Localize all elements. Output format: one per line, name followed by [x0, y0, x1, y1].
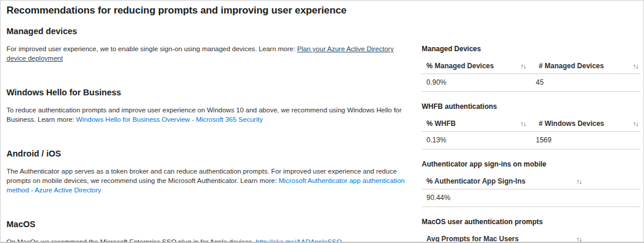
section-heading: MacOS [6, 218, 417, 230]
section-heading: Android / iOS [6, 148, 417, 159]
cell-num-windows-devices: 1569 [531, 136, 640, 144]
column-header-label: % WHFB [426, 119, 456, 128]
column-header-avg-prompts-mac[interactable]: Avg Prompts for Mac Users ↑↓ [422, 235, 582, 243]
recommendations-column: Managed devices For improved user experi… [6, 17, 417, 243]
link-apple-sso[interactable]: http://aka.ms/AADAppleSSO [256, 238, 342, 243]
section-body-text: For improved user experience, we to enab… [6, 45, 297, 52]
section-body-text: On MacOs we recommend the Microsoft Ente… [6, 238, 256, 243]
sort-icon[interactable]: ↑↓ [520, 62, 526, 70]
section-windows-hello: Windows Hello for Business To reduce aut… [6, 86, 417, 124]
panel-whfb-authentications: WHFB authentications % WHFB ↑↓ # Windows… [422, 102, 640, 149]
column-header-label: # Managed Devices [539, 62, 604, 70]
table-header-row: Avg Prompts for Mac Users ↑↓ [422, 234, 640, 243]
column-header-label: Avg Prompts for Mac Users [426, 235, 519, 243]
table-title: Authenticator app sign-ins on mobile [422, 159, 640, 169]
column-header-num-windows-devices[interactable]: # Windows Devices ↑↓ [534, 119, 640, 128]
column-header-label: % Authenticator App Sign-Ins [426, 177, 525, 185]
table-header-row: % Authenticator App Sign-Ins ↑↓ [422, 176, 640, 189]
section-heading: Managed devices [6, 25, 417, 37]
table-row: 90.44% [422, 189, 640, 207]
sort-icon[interactable]: ↑↓ [520, 119, 526, 128]
panel-macos-prompts: MacOS user authentication prompts Avg Pr… [422, 217, 640, 243]
section-body: For improved user experience, we to enab… [6, 44, 413, 63]
column-header-pct-authenticator-signins[interactable]: % Authenticator App Sign-Ins ↑↓ [422, 177, 582, 185]
sort-icon[interactable]: ↑↓ [576, 235, 582, 243]
table-row: 0.90% 45 [422, 74, 640, 92]
table-header-row: % Managed Devices ↑↓ # Managed Devices ↑… [422, 61, 640, 74]
section-android-ios: Android / iOS The Authenticator app serv… [6, 148, 417, 195]
panel-authenticator-signins: Authenticator app sign-ins on mobile % A… [422, 159, 640, 207]
section-heading: Windows Hello for Business [6, 86, 417, 98]
cell-pct-managed-devices: 0.90% [422, 78, 531, 86]
table-header-row: % WHFB ↑↓ # Windows Devices ↑↓ [422, 118, 640, 132]
page-title: Recommendations for reducing prompts and… [6, 4, 643, 17]
table-title: MacOS user authentication prompts [422, 217, 640, 227]
table-row: 0.13% 1569 [422, 132, 640, 149]
cell-num-managed-devices: 45 [531, 78, 640, 86]
section-managed-devices: Managed devices For improved user experi… [6, 25, 417, 63]
metrics-column: Managed Devices % Managed Devices ↑↓ # M… [417, 17, 644, 243]
column-header-pct-whfb[interactable]: % WHFB ↑↓ [422, 119, 534, 128]
sort-icon[interactable]: ↑↓ [576, 177, 582, 185]
cell-pct-authenticator-signins: 90.44% [422, 194, 640, 202]
column-header-label: % Managed Devices [426, 62, 494, 70]
section-macos: MacOS On MacOs we recommend the Microsof… [6, 218, 417, 243]
link-whfb-overview[interactable]: Windows Hello for Business Overview - Mi… [76, 116, 263, 123]
column-header-pct-managed-devices[interactable]: % Managed Devices ↑↓ [422, 62, 534, 70]
column-header-num-managed-devices[interactable]: # Managed Devices ↑↓ [534, 62, 640, 70]
table-title: WHFB authentications [422, 102, 640, 111]
column-header-label: # Windows Devices [539, 119, 604, 128]
section-body: To reduce authentication prompts and imp… [6, 105, 413, 124]
panel-managed-devices: Managed Devices % Managed Devices ↑↓ # M… [422, 44, 640, 92]
report-page: Recommendations for reducing prompts and… [0, 0, 644, 243]
sort-icon[interactable]: ↑↓ [633, 62, 638, 70]
sort-icon[interactable]: ↑↓ [633, 119, 638, 128]
section-body: On MacOs we recommend the Microsoft Ente… [6, 237, 413, 243]
cell-pct-whfb: 0.13% [422, 136, 531, 144]
section-body: The Authenticator app serves as a token … [6, 167, 413, 195]
table-title: Managed Devices [422, 44, 640, 54]
